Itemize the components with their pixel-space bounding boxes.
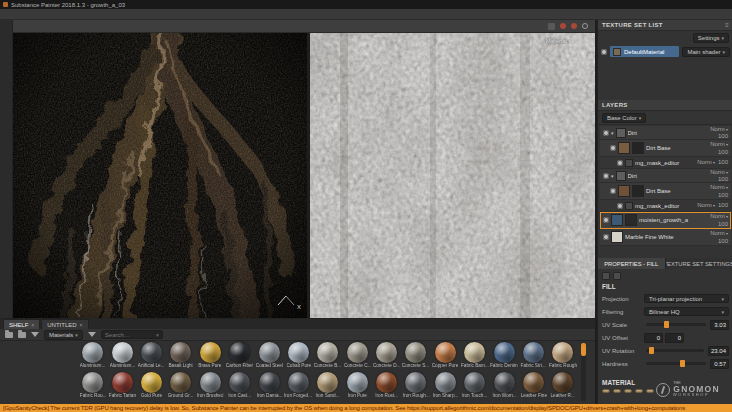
search-input[interactable]: [105, 332, 154, 338]
material-thumbnail[interactable]: [82, 372, 103, 393]
tool-icon[interactable]: [2, 47, 11, 56]
material-thumbnail[interactable]: [141, 342, 162, 363]
material-item[interactable]: Concrete B...: [313, 342, 342, 372]
channel-button[interactable]: [602, 389, 610, 393]
layer-row[interactable]: ▾ Dirt Base Norm 100: [600, 183, 731, 200]
blend-mode-dropdown[interactable]: Norm: [697, 159, 715, 167]
layer-row[interactable]: ▾ Dirt Norm 100: [600, 126, 731, 140]
material-item[interactable]: Fabric Bam...: [460, 342, 489, 372]
shader-selector[interactable]: Main shader ▾: [682, 47, 730, 57]
uv-scale-value[interactable]: 3.03: [710, 320, 729, 330]
material-item[interactable]: Leather R...: [548, 372, 577, 402]
layer-opacity[interactable]: 100: [718, 192, 728, 199]
shelf-category[interactable]: [7, 360, 76, 366]
material-thumbnail[interactable]: [200, 342, 221, 363]
blend-mode-dropdown[interactable]: Norm: [710, 213, 728, 221]
projection-mode-icon[interactable]: [613, 272, 621, 280]
material-item[interactable]: Coated Steel: [254, 342, 283, 372]
layer-visibility-icon[interactable]: [610, 145, 616, 151]
material-thumbnail[interactable]: [317, 342, 338, 363]
layer-row[interactable]: ▾ moisten_growth_a Norm 100: [600, 212, 731, 229]
material-item[interactable]: Cobalt Pure: [284, 342, 313, 372]
expand-arrow-icon[interactable]: ▾: [611, 173, 614, 179]
material-item[interactable]: Carbon Fiber: [225, 342, 254, 372]
hardness-value[interactable]: 0.57: [710, 359, 729, 369]
layer-visibility-icon[interactable]: [603, 217, 609, 223]
shelf-tab[interactable]: SHELF ×: [3, 319, 40, 329]
import-resources-icon[interactable]: [18, 332, 26, 338]
material-thumbnail[interactable]: [464, 342, 485, 363]
2d-texture-viewport[interactable]: Material: [310, 33, 595, 318]
3d-viewport[interactable]: X: [13, 33, 307, 318]
shelf-category[interactable]: [7, 383, 76, 389]
display-settings-icon[interactable]: [582, 23, 588, 29]
scrollbar-thumb[interactable]: [581, 343, 586, 356]
shelf-category[interactable]: [7, 375, 76, 381]
channel-button[interactable]: [635, 389, 643, 393]
layer-row[interactable]: ▾ Dirt Base Norm 100: [600, 140, 731, 157]
projection-dropdown[interactable]: Tri-planar projection ▾: [644, 294, 729, 303]
material-item[interactable]: Iron Rust...: [372, 372, 401, 402]
tool-icon[interactable]: [2, 61, 11, 70]
channel-button[interactable]: [624, 389, 632, 393]
material-thumbnail[interactable]: [170, 372, 191, 393]
layer-visibility-icon[interactable]: [603, 173, 609, 179]
layer-opacity[interactable]: 100: [718, 149, 728, 156]
material-item[interactable]: Iron Pure: [343, 372, 372, 402]
tool-icon[interactable]: [2, 159, 11, 168]
material-thumbnail[interactable]: [112, 372, 133, 393]
blend-mode-dropdown[interactable]: Norm: [710, 184, 728, 192]
tool-icon[interactable]: [2, 117, 11, 126]
layer-visibility-icon[interactable]: [610, 188, 616, 194]
material-thumbnail[interactable]: [464, 372, 485, 393]
shelf-category[interactable]: [7, 353, 76, 359]
material-item[interactable]: Iron Sand...: [313, 372, 342, 402]
layer-opacity[interactable]: 100: [718, 176, 728, 183]
layer-row[interactable]: ▾ mg_mask_editor Norm 100: [600, 200, 731, 212]
shelf-scrollbar[interactable]: [581, 343, 586, 401]
layer-row[interactable]: ▾ mg_mask_editor Norm 100: [600, 157, 731, 169]
tool-icon[interactable]: [2, 89, 11, 98]
layer-opacity[interactable]: 100: [718, 133, 728, 140]
material-thumbnail[interactable]: [317, 372, 338, 393]
material-item[interactable]: Aluminium...: [78, 342, 107, 372]
material-thumbnail[interactable]: [523, 342, 544, 363]
layer-opacity[interactable]: 100: [718, 202, 728, 209]
material-item[interactable]: Artificial Le...: [137, 342, 166, 372]
tab-properties-fill[interactable]: PROPERTIES - FILL: [598, 258, 666, 269]
panel-menu-icon[interactable]: ≡: [725, 22, 729, 28]
material-item[interactable]: Iron Forged...: [284, 372, 313, 402]
material-item[interactable]: Fabric Denim: [489, 342, 518, 372]
material-thumbnail[interactable]: [229, 342, 250, 363]
channel-selector-dropdown[interactable]: Base Color ▾: [602, 113, 646, 123]
material-thumbnail[interactable]: [200, 372, 221, 393]
material-item[interactable]: Iron Cast...: [225, 372, 254, 402]
material-thumbnail[interactable]: [376, 372, 397, 393]
filter-funnel-icon[interactable]: [88, 332, 96, 341]
filter-funnel-icon[interactable]: [31, 332, 39, 341]
blend-mode-dropdown[interactable]: Norm: [710, 141, 728, 149]
material-thumbnail[interactable]: [376, 342, 397, 363]
material-thumbnail[interactable]: [229, 372, 250, 393]
material-item[interactable]: Iron Touch...: [460, 372, 489, 402]
material-thumbnail[interactable]: [523, 372, 544, 393]
material-item[interactable]: Gold Pure: [137, 372, 166, 402]
material-thumbnail[interactable]: [288, 342, 309, 363]
tab-texture-set-settings[interactable]: TEXTURE SET SETTINGS: [666, 258, 732, 269]
uv-scale-slider[interactable]: [646, 323, 706, 326]
camera-icon[interactable]: [571, 23, 577, 29]
close-icon[interactable]: ×: [31, 322, 34, 328]
material-thumbnail[interactable]: [141, 372, 162, 393]
uv-rotation-value[interactable]: 23.04: [708, 346, 729, 356]
shelf-category[interactable]: [7, 345, 76, 351]
material-item[interactable]: Iron Sharp...: [431, 372, 460, 402]
layer-opacity[interactable]: 100: [718, 159, 728, 166]
layer-visibility-icon[interactable]: [603, 130, 609, 136]
material-item[interactable]: Ground Gr...: [166, 372, 195, 402]
close-icon[interactable]: ×: [80, 322, 83, 328]
layer-visibility-icon[interactable]: [617, 203, 623, 209]
material-item[interactable]: Fabric Rou...: [78, 372, 107, 402]
settings-button[interactable]: Settings ▾: [693, 33, 729, 43]
environment-map-icon[interactable]: [560, 23, 566, 29]
folder-icon[interactable]: [5, 332, 13, 338]
